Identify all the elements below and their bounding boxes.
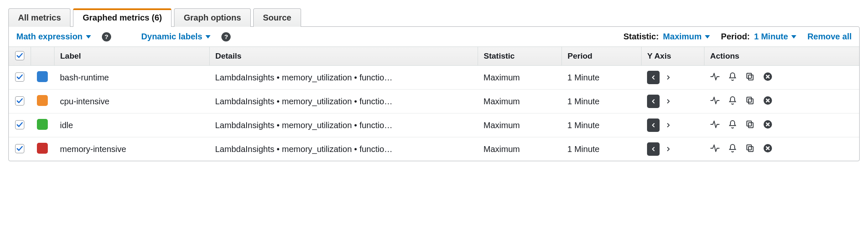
tabs-bar: All metrics Graphed metrics (6) Graph op…: [8, 8, 860, 27]
table-row: idle LambdaInsights • memory_utilization…: [9, 113, 859, 137]
bell-icon[interactable]: [728, 72, 738, 82]
yaxis-left-button[interactable]: [647, 71, 660, 84]
activity-icon[interactable]: [710, 95, 720, 106]
metrics-table: Label Details Statistic Period Y Axis Ac…: [9, 46, 859, 161]
yaxis-right-button[interactable]: [662, 71, 675, 84]
dynamic-labels-dropdown[interactable]: Dynamic labels: [141, 32, 211, 41]
yaxis-right-button[interactable]: [662, 95, 675, 108]
table-row: memory-intensive LambdaInsights • memory…: [9, 137, 859, 161]
dynamic-labels-label: Dynamic labels: [141, 32, 203, 41]
row-checkbox[interactable]: [15, 120, 24, 129]
graphed-metrics-panel: Math expression ? Dynamic labels ? Stati…: [8, 26, 860, 161]
yaxis-right-button[interactable]: [662, 118, 675, 132]
chevron-down-icon: [705, 35, 710, 39]
metric-period: 1 Minute: [561, 137, 641, 161]
table-row: cpu-intensive LambdaInsights • memory_ut…: [9, 90, 859, 113]
color-swatch[interactable]: [37, 119, 48, 130]
remove-icon[interactable]: [763, 72, 773, 82]
period-dropdown[interactable]: 1 Minute: [754, 32, 796, 41]
column-period: Period: [561, 47, 641, 66]
math-expression-dropdown[interactable]: Math expression: [16, 32, 91, 41]
metric-details: LambdaInsights • memory_utilization • fu…: [215, 121, 472, 130]
statistic-label: Statistic:: [624, 32, 659, 41]
math-expression-label: Math expression: [16, 32, 83, 41]
select-all-checkbox[interactable]: [15, 51, 24, 60]
remove-all-link[interactable]: Remove all: [807, 32, 852, 41]
copy-icon[interactable]: [745, 143, 755, 153]
activity-icon[interactable]: [710, 119, 720, 129]
chevron-down-icon: [791, 35, 796, 39]
statistic-picker: Statistic: Maximum: [624, 32, 710, 41]
bell-icon[interactable]: [728, 119, 738, 129]
tab-source[interactable]: Source: [253, 8, 301, 27]
table-row: bash-runtime LambdaInsights • memory_uti…: [9, 66, 859, 90]
metric-label: cpu-intensive: [54, 90, 209, 113]
metric-statistic: Maximum: [478, 66, 561, 90]
chevron-down-icon: [86, 35, 91, 39]
metric-details: LambdaInsights • memory_utilization • fu…: [215, 73, 472, 82]
chevron-down-icon: [205, 35, 211, 39]
math-expression-help-icon[interactable]: ?: [102, 32, 111, 41]
copy-icon[interactable]: [745, 72, 755, 82]
metric-statistic: Maximum: [478, 137, 561, 161]
metric-details: LambdaInsights • memory_utilization • fu…: [215, 97, 472, 106]
tab-all-metrics[interactable]: All metrics: [8, 8, 70, 27]
metric-period: 1 Minute: [561, 113, 641, 137]
bell-icon[interactable]: [728, 143, 738, 153]
dynamic-labels-help-icon[interactable]: ?: [221, 32, 231, 41]
metric-label: memory-intensive: [54, 137, 209, 161]
yaxis-left-button[interactable]: [647, 142, 660, 156]
metric-period: 1 Minute: [561, 90, 641, 113]
statistic-dropdown[interactable]: Maximum: [663, 32, 710, 41]
column-label: Label: [54, 47, 209, 66]
yaxis-left-button[interactable]: [647, 95, 660, 108]
row-checkbox[interactable]: [15, 72, 24, 82]
column-yaxis: Y Axis: [641, 47, 704, 66]
remove-icon[interactable]: [763, 143, 773, 153]
copy-icon[interactable]: [745, 95, 755, 106]
color-swatch[interactable]: [37, 95, 48, 106]
tab-graphed-metrics[interactable]: Graphed metrics (6): [73, 8, 172, 27]
period-picker: Period: 1 Minute: [721, 32, 796, 41]
activity-icon[interactable]: [710, 72, 720, 82]
remove-icon[interactable]: [763, 119, 773, 129]
remove-icon[interactable]: [763, 95, 773, 106]
metric-label: idle: [54, 113, 209, 137]
color-swatch[interactable]: [37, 143, 48, 154]
metric-statistic: Maximum: [478, 113, 561, 137]
row-checkbox[interactable]: [15, 144, 24, 153]
color-swatch[interactable]: [37, 71, 48, 82]
yaxis-right-button[interactable]: [662, 142, 675, 156]
period-label: Period:: [721, 32, 750, 41]
toolbar: Math expression ? Dynamic labels ? Stati…: [9, 27, 859, 46]
metric-details: LambdaInsights • memory_utilization • fu…: [215, 144, 472, 154]
metric-period: 1 Minute: [561, 66, 641, 90]
bell-icon[interactable]: [728, 95, 738, 106]
yaxis-left-button[interactable]: [647, 118, 660, 132]
column-details: Details: [209, 47, 478, 66]
metric-label: bash-runtime: [54, 66, 209, 90]
row-checkbox[interactable]: [15, 96, 24, 106]
activity-icon[interactable]: [710, 143, 720, 153]
copy-icon[interactable]: [745, 119, 755, 129]
tab-graph-options[interactable]: Graph options: [174, 8, 251, 27]
metric-statistic: Maximum: [478, 90, 561, 113]
column-actions: Actions: [704, 47, 859, 66]
column-statistic: Statistic: [478, 47, 561, 66]
